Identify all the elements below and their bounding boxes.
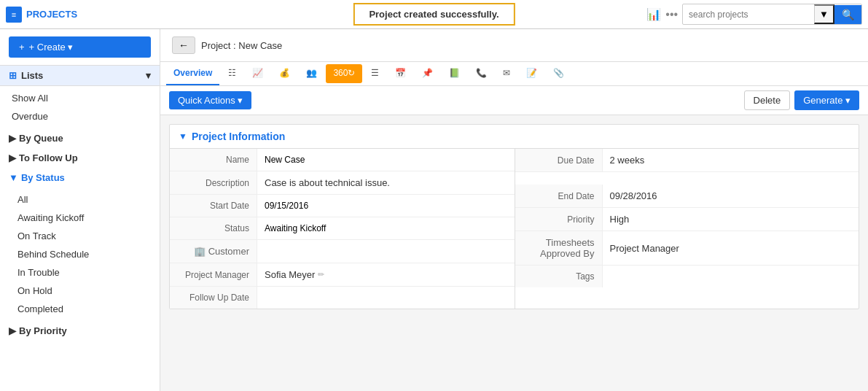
grid-icon: ⊞: [9, 70, 17, 81]
field-project-manager-value[interactable]: Sofia Meyer ✏: [257, 263, 515, 286]
tab-notes[interactable]: 📝: [519, 62, 544, 85]
field-due-date-row: Due Date 2 weeks: [515, 149, 859, 172]
field-status-value[interactable]: [257, 217, 515, 239]
search-box: ▼ 🔍: [682, 4, 862, 25]
chevron-right-icon-2: ▶: [9, 152, 16, 163]
sidebar-group-by-queue[interactable]: ▶ By Queue: [0, 128, 160, 148]
field-follow-up-date-input[interactable]: [265, 293, 507, 303]
sidebar-item-overdue[interactable]: Overdue: [0, 107, 160, 125]
more-options-icon[interactable]: •••: [665, 8, 678, 21]
search-dropdown-button[interactable]: ▼: [814, 4, 834, 24]
field-tags-value[interactable]: [603, 266, 859, 287]
sidebar-group-by-priority[interactable]: ▶ By Priority: [0, 321, 160, 341]
chevron-right-icon-3: ▶: [9, 325, 16, 336]
field-name-label: Name: [170, 149, 257, 171]
tab-people[interactable]: 👥: [299, 62, 324, 85]
field-timesheets-label: Timesheets Approved By: [515, 231, 603, 265]
generate-button[interactable]: Generate ▾: [794, 90, 859, 110]
field-priority-value[interactable]: High: [603, 208, 859, 231]
chart-icon[interactable]: 📊: [646, 7, 661, 21]
sidebar-group-to-follow-up[interactable]: ▶ To Follow Up: [0, 148, 160, 168]
main-content: ← Project : New Case Overview ☷ 📈 💰 👥 36…: [160, 29, 868, 391]
field-tags-input[interactable]: [610, 271, 852, 282]
chevron-right-icon: ▶: [9, 133, 16, 144]
field-start-date-row: Start Date: [170, 195, 515, 217]
back-button[interactable]: ←: [172, 36, 195, 54]
sidebar-section-lists[interactable]: ⊞ Lists ▾: [0, 65, 160, 86]
sidebar-section-label: Lists: [21, 70, 43, 81]
toolbar-left: Quick Actions ▾: [169, 91, 251, 109]
quick-actions-label: Quick Actions ▾: [178, 95, 243, 106]
project-info-section: ▼ Project Information Name Description: [169, 124, 859, 309]
edit-icon[interactable]: ✏: [318, 270, 324, 279]
chevron-down-icon-status: ▼: [9, 172, 18, 183]
field-priority-row: Priority High: [515, 208, 859, 231]
field-start-date-input[interactable]: [265, 201, 507, 211]
sidebar-group-by-status[interactable]: ▼ By Status: [0, 168, 160, 187]
field-end-date-label: End Date: [515, 185, 603, 207]
main-layout: + + Create ▾ ⊞ Lists ▾ Show All Overdue …: [0, 29, 868, 391]
delete-button[interactable]: Delete: [744, 90, 791, 110]
tab-list[interactable]: ☰: [364, 62, 386, 85]
field-end-date-value[interactable]: 09/28/2016: [603, 185, 859, 207]
tab-pin[interactable]: 📌: [415, 62, 440, 85]
page-title: Project : New Case: [201, 39, 282, 52]
top-bar: ≡ PROJECTS Project created successfully.…: [0, 0, 868, 29]
tab-chart[interactable]: 📈: [245, 62, 270, 85]
tab-attach[interactable]: 📎: [546, 62, 571, 85]
sidebar-item-all[interactable]: All: [0, 190, 160, 209]
tab-grid[interactable]: ☷: [221, 62, 243, 85]
search-input[interactable]: [683, 7, 814, 23]
toolbar: Quick Actions ▾ Delete Generate ▾: [160, 86, 868, 115]
sidebar-item-show-all[interactable]: Show All: [0, 89, 160, 107]
tab-overview[interactable]: Overview: [166, 62, 219, 85]
project-info-header[interactable]: ▼ Project Information: [170, 125, 859, 148]
field-customer-label: 🏢 Customer: [170, 240, 257, 263]
sidebar-item-on-track[interactable]: On Track: [0, 227, 160, 245]
sidebar: + + Create ▾ ⊞ Lists ▾ Show All Overdue …: [0, 29, 160, 391]
toggle-icon: ▼: [179, 131, 187, 142]
field-follow-up-date-row: Follow Up Date: [170, 287, 515, 309]
tab-book[interactable]: 📗: [442, 62, 467, 85]
sidebar-status-list: All Awaiting Kickoff On Track Behind Sch…: [0, 187, 160, 321]
field-timesheets-row: Timesheets Approved By Project Manager: [515, 231, 859, 266]
field-tags-label: Tags: [515, 266, 603, 287]
field-status-input[interactable]: [265, 223, 507, 233]
app-title: PROJECTS: [26, 9, 77, 20]
page-header: ← Project : New Case: [160, 29, 868, 62]
project-info-title: Project Information: [192, 131, 285, 142]
field-customer-input[interactable]: [265, 247, 507, 257]
sidebar-item-on-hold[interactable]: On Hold: [0, 282, 160, 300]
field-description-value: Case is about technical issue.: [257, 171, 515, 194]
field-project-manager-label: Project Manager: [170, 263, 257, 286]
tab-360[interactable]: 360↻: [326, 64, 362, 83]
quick-actions-button[interactable]: Quick Actions ▾: [169, 91, 251, 109]
tab-email[interactable]: ✉: [496, 62, 517, 85]
sidebar-item-behind-schedule[interactable]: Behind Schedule: [0, 245, 160, 263]
sidebar-nav-list: Show All Overdue: [0, 86, 160, 128]
field-project-manager-row: Project Manager Sofia Meyer ✏: [170, 263, 515, 287]
field-start-date-value[interactable]: [257, 195, 515, 217]
create-button[interactable]: + + Create ▾: [9, 36, 151, 58]
sidebar-item-completed[interactable]: Completed: [0, 300, 160, 318]
sidebar-item-in-trouble[interactable]: In Trouble: [0, 263, 160, 282]
tab-calendar[interactable]: 📅: [388, 62, 413, 85]
field-follow-up-date-value[interactable]: [257, 287, 515, 309]
field-start-date-label: Start Date: [170, 195, 257, 217]
app-logo: ≡ PROJECTS: [6, 7, 77, 23]
tab-money[interactable]: 💰: [272, 62, 297, 85]
field-customer-value[interactable]: [257, 240, 515, 263]
field-name-input[interactable]: [265, 155, 507, 165]
toolbar-right: Delete Generate ▾: [744, 90, 859, 110]
sidebar-item-awaiting-kickoff[interactable]: Awaiting Kickoff: [0, 209, 160, 227]
form-col-left: Name Description Case is about technical…: [170, 149, 515, 309]
field-timesheets-value[interactable]: Project Manager: [603, 231, 859, 265]
create-label: + Create ▾: [29, 42, 74, 53]
search-submit-button[interactable]: 🔍: [834, 5, 861, 24]
field-name-row: Name: [170, 149, 515, 171]
top-bar-right: 📊 ••• ▼ 🔍: [646, 4, 862, 25]
tab-phone[interactable]: 📞: [469, 62, 494, 85]
field-priority-label: Priority: [515, 208, 603, 231]
field-due-date-value[interactable]: 2 weeks: [603, 149, 859, 171]
field-name-value[interactable]: [257, 149, 515, 171]
